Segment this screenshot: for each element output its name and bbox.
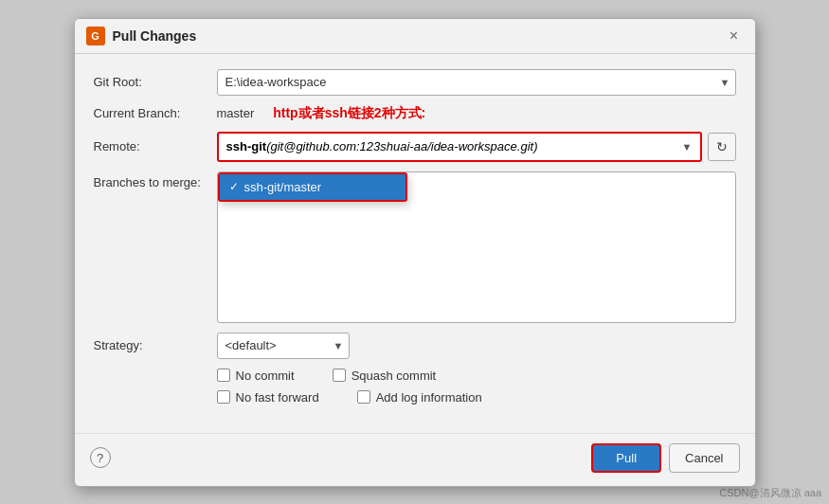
strategy-select-wrapper[interactable]: <default> ▼	[217, 333, 350, 359]
remote-arrow-icon: ▼	[682, 141, 693, 153]
remote-italic-part: (git@github.com:123shuai-aa/idea-workspa…	[266, 139, 537, 153]
dialog-content: Git Root: E:\idea-workspace ▼ Current Br…	[75, 54, 755, 433]
branches-row: Branches to merge: ✓ ssh-git/master	[94, 171, 736, 323]
branch-dropdown-item-selected[interactable]: ✓ ssh-git/master	[220, 174, 405, 200]
checkboxes-area: No commit Squash commit No fast forward …	[217, 369, 736, 405]
checkbox-row-2: No fast forward Add log information	[217, 390, 736, 405]
remote-select-wrapper[interactable]: ssh-git(git@github.com:123shuai-aa/idea-…	[217, 132, 702, 162]
no-commit-box[interactable]	[217, 369, 230, 382]
checkmark-icon: ✓	[229, 180, 239, 193]
git-root-row: Git Root: E:\idea-workspace ▼	[94, 69, 736, 96]
branches-panel[interactable]: ✓ ssh-git/master	[217, 171, 736, 323]
remote-label: Remote:	[94, 139, 217, 153]
title-bar: G Pull Changes ×	[75, 19, 755, 54]
branches-label: Branches to merge:	[94, 171, 217, 189]
remote-select-text: ssh-git(git@github.com:123shuai-aa/idea-…	[226, 139, 676, 153]
refresh-button[interactable]: ↻	[708, 133, 736, 161]
cancel-button[interactable]: Cancel	[669, 443, 739, 473]
dialog-icon: G	[86, 27, 105, 45]
current-branch-value: master	[217, 106, 255, 120]
squash-commit-checkbox[interactable]: Squash commit	[333, 369, 437, 383]
add-log-checkbox[interactable]: Add log information	[357, 390, 482, 405]
remote-select-inner[interactable]: ssh-git(git@github.com:123shuai-aa/idea-…	[219, 134, 700, 160]
strategy-row: Strategy: <default> ▼	[94, 333, 736, 359]
branch-name: ssh-git/master	[244, 180, 322, 194]
git-root-label: Git Root:	[94, 75, 217, 89]
remote-controls: ssh-git(git@github.com:123shuai-aa/idea-…	[217, 132, 736, 162]
no-commit-label: No commit	[236, 369, 295, 383]
pull-button[interactable]: Pull	[591, 443, 661, 473]
title-bar-left: G Pull Changes	[86, 27, 197, 45]
watermark: CSDN@清风微凉 aaa	[719, 486, 821, 500]
add-log-box[interactable]	[357, 390, 370, 404]
strategy-label: Strategy:	[94, 338, 217, 352]
no-fast-forward-checkbox[interactable]: No fast forward	[217, 390, 319, 405]
footer-right: Pull Cancel	[591, 443, 739, 473]
remote-bold-part: ssh-git	[226, 139, 267, 153]
git-root-select-wrapper[interactable]: E:\idea-workspace ▼	[217, 69, 736, 96]
checkbox-row-1: No commit Squash commit	[217, 369, 736, 383]
git-root-select[interactable]: E:\idea-workspace	[217, 69, 736, 96]
pull-changes-dialog: G Pull Changes × Git Root: E:\idea-works…	[74, 18, 756, 487]
no-fast-forward-box[interactable]	[217, 390, 230, 404]
squash-commit-box[interactable]	[333, 369, 346, 382]
help-button[interactable]: ?	[90, 447, 111, 468]
squash-commit-label: Squash commit	[351, 369, 437, 383]
no-commit-checkbox[interactable]: No commit	[217, 369, 295, 383]
branch-dropdown: ✓ ssh-git/master	[218, 172, 407, 202]
add-log-label: Add log information	[376, 390, 482, 405]
current-branch-row: Current Branch: master http或者ssh链接2种方式:	[94, 105, 736, 122]
dialog-title: Pull Changes	[113, 28, 197, 44]
remote-row: Remote: ssh-git(git@github.com:123shuai-…	[94, 132, 736, 162]
no-fast-forward-label: No fast forward	[236, 390, 319, 405]
current-branch-label: Current Branch:	[94, 106, 217, 120]
close-button[interactable]: ×	[725, 27, 744, 45]
dialog-footer: ? Pull Cancel	[75, 433, 755, 486]
annotation-text: http或者ssh链接2种方式:	[273, 105, 425, 122]
strategy-select[interactable]: <default>	[217, 333, 350, 359]
footer-left: ?	[90, 447, 111, 468]
